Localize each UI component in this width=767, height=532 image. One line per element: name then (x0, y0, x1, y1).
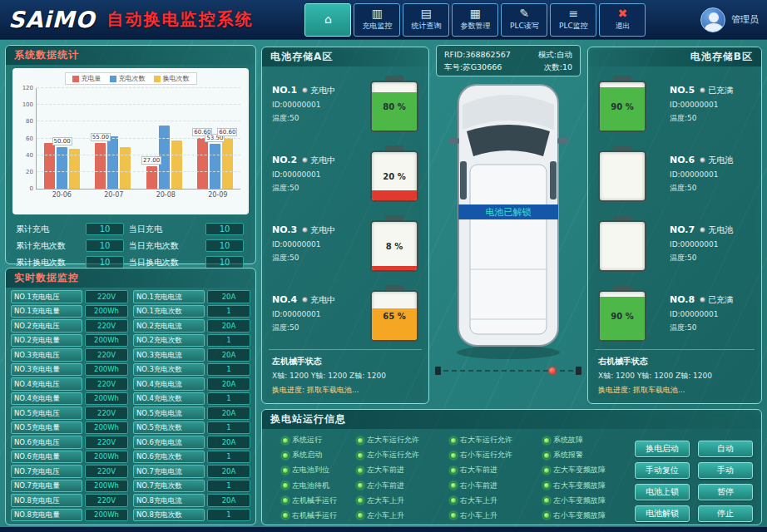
legend-label: 换电次数 (163, 74, 190, 83)
battery-unlock-button[interactable]: 电池解锁 (635, 505, 690, 522)
mode-button-column: 自动手动暂停停止 (698, 434, 753, 522)
battery-info: NO.5已充满ID:00000001温度:50 (661, 85, 751, 124)
realtime-right-column: NO.1充电电流20ANO.1充电次数1NO.2充电电流20ANO.2充电次数1… (133, 290, 250, 523)
app-title: 自动换电监控系统 (106, 8, 253, 31)
green-led-icon (357, 497, 364, 504)
battery-body: 20 % (370, 150, 418, 202)
realtime-label: NO.4充电电流 (133, 377, 205, 391)
swap-start-button[interactable]: 换电启动 (635, 441, 690, 457)
battery-body (598, 150, 646, 202)
battery-lock-button[interactable]: 电池上锁 (635, 484, 690, 500)
vehicle-info-box: RFID:368862567 模式:自动 车号:苏G30666 次数:10 (436, 45, 581, 76)
realtime-row: NO.4充电电流20A (133, 377, 250, 391)
battery-number-line: NO.5已充满 (670, 85, 751, 96)
status-indicator-label: 左大车运行允许 (367, 435, 419, 446)
battery-number-line: NO.4充电中 (272, 294, 362, 306)
green-led-icon (282, 467, 289, 474)
vehicle-count: 次数:10 (544, 61, 572, 73)
realtime-label: NO.5充电电流 (133, 406, 205, 420)
realtime-label: NO.6充电电量 (11, 451, 82, 464)
battery-id: ID:00000001 (272, 310, 362, 318)
saimo-logo: SAiMO (8, 7, 95, 32)
realtime-row: NO.4充电电压220V (11, 377, 128, 391)
status-indicator: 右大车变频故障 (543, 480, 626, 492)
auto-mode-button[interactable]: 自动 (698, 441, 753, 457)
realtime-row: NO.5充电电量200Wh (11, 421, 128, 435)
status-indicator: 右小车前进 (450, 480, 540, 492)
battery-swap-monitor-screen: SAiMO 自动换电监控系统 ⌂▥充电监控▤统计查询▦参数管理✎PLC读写≡PL… (0, 0, 767, 532)
realtime-row: NO.2充电电流20A (133, 319, 250, 332)
x-tick-label: 20-06 (52, 191, 72, 199)
status-indicator-label: 右大车变频故障 (553, 480, 606, 491)
summary-value: 10 (205, 223, 244, 235)
status-indicator: 右小车上升 (450, 510, 540, 522)
nav-button-plc-monitor[interactable]: ≡PLC监控 (550, 3, 596, 37)
battery-percent (600, 152, 645, 200)
left-arm-axes: X轴: 1200 Y轴: 1200 Z轴: 1200 (272, 371, 418, 382)
status-indicator: 右大车上升 (450, 495, 540, 507)
green-led-icon (357, 512, 364, 519)
battery-body: 65 % (370, 290, 418, 342)
battery-temperature: 温度:50 (670, 253, 751, 264)
slider-position-indicator[interactable] (549, 367, 556, 374)
status-indicator-label: 右大车前进 (460, 465, 497, 475)
realtime-value: 1 (207, 334, 250, 347)
battery-status: 已充满 (708, 294, 733, 306)
realtime-row: NO.5充电电压220V (11, 406, 128, 420)
nav-button-home[interactable]: ⌂ (304, 3, 351, 37)
left-arm-progress: 换电进度: 抓取车载电池... (272, 385, 418, 396)
pause-button[interactable]: 暂停 (698, 484, 753, 500)
nav-button-stats-query[interactable]: ▤统计查询 (403, 3, 449, 37)
battery-status-dot-icon (302, 297, 308, 303)
status-indicator: 左大车前进 (357, 464, 447, 476)
status-indicator-label: 右小车运行允许 (460, 450, 512, 461)
battery-info: NO.8已充满ID:00000001温度:50 (661, 294, 751, 333)
realtime-label: NO.3充电次数 (133, 363, 205, 377)
manual-reset-button[interactable]: 手动复位 (635, 462, 690, 479)
battery-status: 无电池 (708, 155, 733, 166)
battery-slot: NO.4充电中ID:00000001温度:5065 % (272, 279, 418, 347)
realtime-label: NO.6充电电流 (133, 436, 205, 449)
battery-status: 充电中 (310, 155, 335, 166)
slider-left-handle[interactable] (435, 367, 441, 375)
battery-temperature: 温度:50 (670, 323, 751, 333)
green-led-icon (450, 482, 457, 489)
realtime-row: NO.1充电次数1 (133, 305, 250, 318)
chart-legend: 充电量充电次数换电次数 (65, 72, 197, 85)
user-area[interactable]: 管理员 (700, 7, 759, 32)
nav-button-plc-readwrite[interactable]: ✎PLC读写 (501, 3, 547, 37)
status-indicator: 左大车运行允许 (357, 434, 447, 446)
battery-info: NO.4充电中ID:00000001温度:50 (272, 294, 362, 333)
stop-button[interactable]: 停止 (698, 505, 753, 522)
green-led-icon (450, 512, 457, 519)
green-led-icon (282, 497, 289, 504)
realtime-label: NO.3充电电流 (133, 348, 205, 362)
nav-button-param-manage[interactable]: ▦参数管理 (452, 3, 498, 37)
battery-number-line: NO.8已充满 (670, 294, 751, 306)
swap-position-slider[interactable] (435, 364, 581, 377)
battery-status: 充电中 (310, 294, 335, 306)
battery-id: ID:00000001 (272, 170, 362, 179)
status-indicator-label: 左大车变频故障 (553, 465, 606, 475)
battery-status: 充电中 (310, 224, 335, 236)
zone-a-title: 电池存储A区 (262, 47, 428, 66)
bar-group: 27.00 (146, 88, 182, 189)
status-indicator: 左电池待机 (282, 480, 354, 492)
battery-number-line: NO.6无电池 (670, 155, 751, 166)
realtime-value: 200Wh (85, 480, 128, 493)
battery-body: 90 % (598, 81, 646, 132)
legend-entry: 充电量 (72, 74, 101, 83)
battery-temperature: 温度:50 (670, 183, 751, 194)
summary-value: 10 (86, 223, 124, 235)
realtime-value: 20A (207, 319, 250, 332)
battery-icon: 90 % (598, 285, 646, 342)
bar-value-label: 55.00 (91, 133, 111, 141)
battery-percent: 20 % (372, 152, 417, 200)
battery-icon: 90 % (598, 76, 646, 132)
nav-button-exit[interactable]: ✖退出 (599, 3, 646, 37)
gridline (37, 104, 240, 105)
nav-button-charge-monitor[interactable]: ▥充电监控 (354, 3, 400, 37)
realtime-row: NO.8充电电压220V (11, 494, 128, 507)
slider-right-handle[interactable] (576, 367, 581, 375)
manual-mode-button[interactable]: 手动 (698, 462, 753, 479)
